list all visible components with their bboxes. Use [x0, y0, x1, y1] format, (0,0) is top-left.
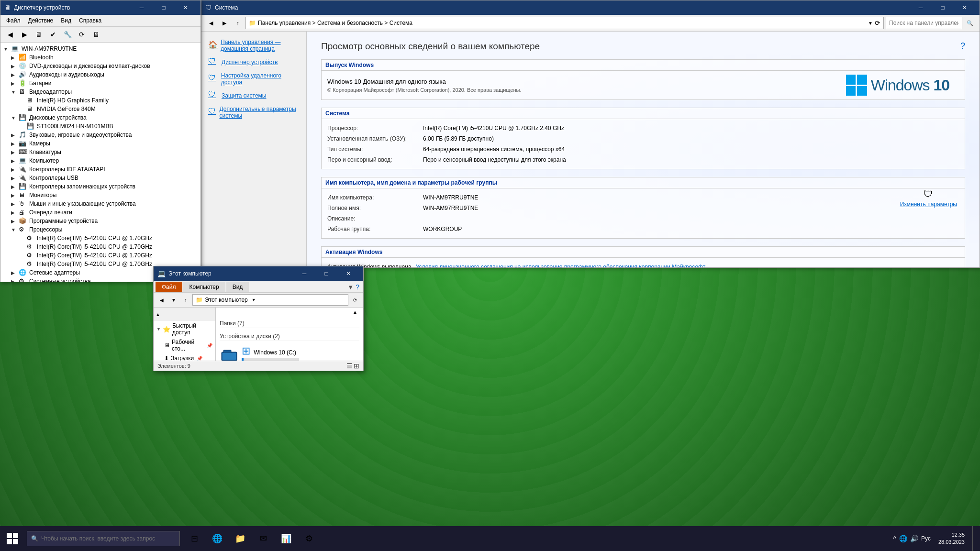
taskbar-mail-icon[interactable]: ✉: [253, 528, 274, 549]
taskbar-search-input[interactable]: [41, 535, 166, 542]
exp-back[interactable]: ◀: [156, 295, 167, 305]
explorer-minimize[interactable]: ─: [293, 266, 315, 281]
taskbar-explorer-icon[interactable]: 📁: [230, 528, 251, 549]
exp-address-box[interactable]: 📁 Этот компьютер ▼: [192, 294, 348, 306]
exp-refresh[interactable]: ⟳: [350, 295, 360, 305]
toolbar-btn1[interactable]: 🖥: [32, 28, 45, 41]
tree-cpu1[interactable]: ⚙ Intel(R) Core(TM) i5-4210U CPU @ 1.70G…: [18, 242, 199, 251]
tree-monitors[interactable]: ▶ 🖥 Мониторы: [10, 191, 199, 199]
system-minimize[interactable]: ─: [910, 0, 932, 15]
nav-desktop[interactable]: 🖥 Рабочий сто... 📌: [161, 337, 215, 353]
addr-refresh-icon[interactable]: ⟳: [875, 19, 880, 27]
tree-nvidia[interactable]: 🖥 NVIDIA GeForce 840M: [18, 105, 199, 113]
toolbar-btn3[interactable]: 🔧: [61, 28, 74, 41]
taskbar-settings-icon[interactable]: ⚙: [299, 528, 320, 549]
tab-view[interactable]: Вид: [226, 282, 249, 292]
taskbar-search-box[interactable]: 🔍: [27, 531, 180, 546]
cpu-row: Процессор: Intel(R) Core(TM) i5-4210U CP…: [327, 123, 959, 133]
addr-forward[interactable]: ▶: [219, 17, 230, 29]
help-btn[interactable]: ?: [356, 283, 359, 291]
chevron-icon[interactable]: ^: [893, 535, 896, 542]
cpu1-icon: ⚙: [26, 243, 35, 251]
tree-root-item[interactable]: ▼ 💻 WIN-AM97RRU9TNE: [2, 44, 199, 53]
cam-icon: 📷: [19, 140, 27, 147]
system-close[interactable]: ✕: [954, 0, 976, 15]
list-view-icon[interactable]: ☰: [346, 362, 353, 370]
addr-dropdown-icon[interactable]: ▼: [868, 21, 873, 26]
tree-computer[interactable]: ▶ 💻 Компьютер: [10, 156, 199, 165]
tree-camera[interactable]: ▶ 📷 Камеры: [10, 139, 199, 148]
tree-battery[interactable]: ▶ 🔋 Батареи: [10, 79, 199, 88]
toolbar-forward[interactable]: ▶: [18, 28, 31, 41]
sidebar-remote[interactable]: 🛡 Настройка удаленного доступа: [206, 70, 301, 88]
toolbar-btn4[interactable]: ⟳: [75, 28, 89, 41]
menu-help[interactable]: Справка: [75, 16, 105, 25]
menu-view[interactable]: Вид: [57, 16, 75, 25]
taskbar-time[interactable]: 12:35 28.03.2023: [935, 531, 969, 546]
address-box[interactable]: 📁 Панель управления > Система и безопасн…: [245, 17, 884, 29]
system-search-input[interactable]: [886, 17, 962, 29]
tree-cpu0[interactable]: ⚙ Intel(R) Core(TM) i5-4210U CPU @ 1.70G…: [18, 234, 199, 242]
tree-cpu[interactable]: ▼ ⚙ Процессоры: [10, 225, 199, 234]
network-tray-icon[interactable]: 🌐: [899, 535, 907, 542]
tree-intel-gpu[interactable]: 🖥 Intel(R) HD Graphics Family: [18, 96, 199, 105]
exp-dropdown[interactable]: ▼: [168, 295, 179, 305]
change-params-area[interactable]: 🛡 Изменить параметры: [900, 189, 957, 208]
nav-quick-access[interactable]: ▼ ⭐ Быстрый доступ: [154, 321, 215, 337]
tree-audio[interactable]: ▶ 🔊 Аудиовходы и аудиовыходы: [10, 70, 199, 79]
bt-label: Bluetooth: [29, 54, 198, 61]
tree-bluetooth[interactable]: ▶ 📶 Bluetooth: [10, 53, 199, 62]
tree-video[interactable]: ▼ 🖥 Видеоадаптеры: [10, 88, 199, 96]
explorer-maximize[interactable]: □: [315, 266, 337, 281]
help-icon[interactable]: ?: [960, 41, 965, 51]
taskbar-edge-icon[interactable]: 🌐: [207, 528, 228, 549]
explorer-close[interactable]: ✕: [337, 266, 359, 281]
tree-print[interactable]: ▶ 🖨 Очереди печати: [10, 208, 199, 217]
expand-ribbon-icon[interactable]: ▼: [347, 284, 354, 291]
tab-file[interactable]: Файл: [156, 282, 182, 292]
start-button[interactable]: [0, 526, 25, 551]
nav-scroll-up[interactable]: ▲: [154, 308, 215, 321]
tree-software[interactable]: ▶ 📦 Программные устройства: [10, 217, 199, 225]
nav-downloads[interactable]: ⬇ Загрузки 📌: [161, 353, 215, 361]
change-params-link[interactable]: Изменить параметры: [900, 201, 957, 208]
toolbar-back[interactable]: ◀: [3, 28, 17, 41]
taskbar-view-icon[interactable]: ⊟: [184, 528, 205, 549]
tree-ide[interactable]: ▶ 🔌 Контроллеры IDE ATA/ATAPI: [10, 165, 199, 174]
addr-up[interactable]: ↑: [232, 17, 244, 29]
activation-link[interactable]: Условия лицензионного соглашения на испо…: [416, 264, 705, 267]
devmgr-minimize[interactable]: ─: [131, 0, 153, 15]
grid-view-icon[interactable]: ⊞: [354, 362, 359, 370]
tree-dvd[interactable]: ▶ 💿 DVD-дисководы и дисководы компакт-ди…: [10, 62, 199, 70]
tree-cpu2[interactable]: ⚙ Intel(R) Core(TM) i5-4210U CPU @ 1.70G…: [18, 251, 199, 260]
sidebar-advanced[interactable]: 🛡 Дополнительные параметры системы: [206, 103, 301, 121]
sidebar-protection[interactable]: 🛡 Защита системы: [206, 88, 301, 103]
taskbar-office-icon[interactable]: 📊: [276, 528, 297, 549]
ide-label: Контроллеры IDE ATA/ATAPI: [29, 166, 198, 173]
sidebar-home[interactable]: 🏠 Панель управления — домашняя страница: [206, 36, 301, 55]
menu-file[interactable]: Файл: [2, 16, 24, 25]
tree-disk[interactable]: ▼ 💾 Дисковые устройства: [10, 113, 199, 122]
tree-sound[interactable]: ▶ 🎵 Звуковые, игровые и видеоустройства: [10, 131, 199, 139]
toolbar-btn2[interactable]: ✔: [46, 28, 60, 41]
addr-back[interactable]: ◀: [205, 17, 217, 29]
sidebar-devmgr[interactable]: 🛡 Диспетчер устройств: [206, 55, 301, 70]
toolbar-btn5[interactable]: 🖥: [89, 28, 103, 41]
volume-icon[interactable]: 🔊: [910, 535, 918, 542]
tab-computer[interactable]: Компьютер: [183, 282, 225, 292]
tree-usb[interactable]: ▶ 🔌 Контроллеры USB: [10, 174, 199, 182]
drive-c[interactable]: ⊞ Windows 10 (C:) 906 ГБ свободно из 930…: [220, 343, 359, 361]
tree-keyboard[interactable]: ▶ ⌨ Клавиатуры: [10, 148, 199, 156]
search-btn[interactable]: 🔍: [964, 17, 976, 29]
exp-up[interactable]: ↑: [180, 295, 191, 305]
devmgr-maximize[interactable]: □: [153, 0, 175, 15]
tree-storage[interactable]: ▶ 💾 Контроллеры запоминающих устройств: [10, 182, 199, 191]
show-desktop-btn[interactable]: [972, 526, 976, 551]
tree-mouse[interactable]: ▶ 🖱 Мыши и иные указывающие устройства: [10, 199, 199, 208]
content-scroll-up[interactable]: ▲: [220, 309, 359, 319]
devmgr-close[interactable]: ✕: [175, 0, 197, 15]
tree-hdd[interactable]: 💾 ST1000LM024 HN-M101MBB: [18, 122, 199, 131]
system-maximize[interactable]: □: [932, 0, 954, 15]
menu-action[interactable]: Действие: [24, 16, 57, 25]
language-indicator[interactable]: Рус: [921, 535, 931, 542]
